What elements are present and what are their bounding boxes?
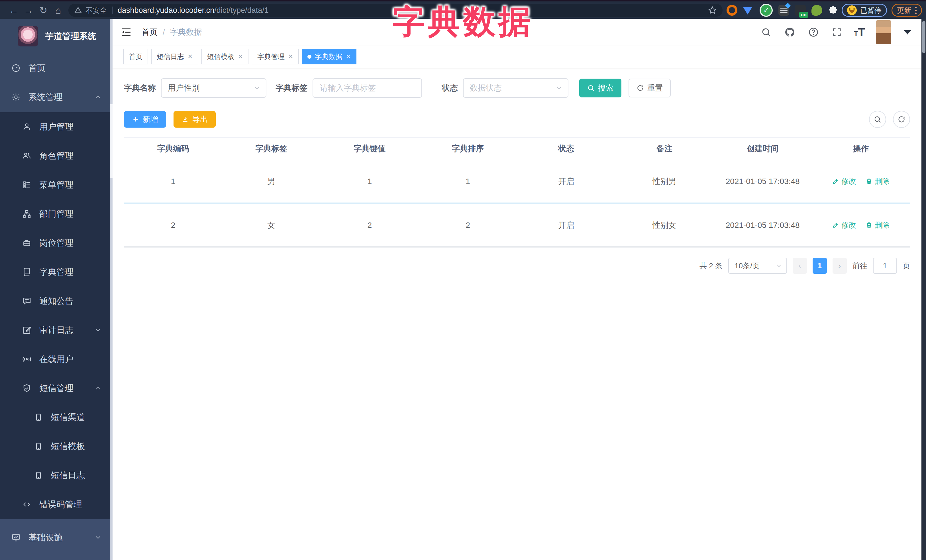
sidebar-item-home[interactable]: 首页 (0, 54, 112, 83)
code-icon (22, 500, 31, 509)
filter-form: 字典名称 用户性别 字典标签 状态 数据状态 (124, 78, 910, 98)
overlay-page-title: 字典数据 (392, 0, 534, 44)
sidebar-item-dict-mgmt[interactable]: 字典管理 (0, 258, 112, 287)
col-status: 状态 (517, 137, 616, 160)
toggle-search-button[interactable] (869, 111, 886, 128)
extensions-puzzle-icon[interactable] (828, 5, 838, 15)
table-row[interactable]: 1 男 1 1 开启 性别男 2021-01-05 17:03:48 (124, 160, 910, 203)
prev-page-button[interactable]: ‹ (793, 258, 807, 274)
chevron-up-icon (94, 385, 102, 392)
app-logo-row[interactable]: 芋道管理系统 (0, 19, 112, 54)
close-icon[interactable]: ✕ (346, 54, 351, 60)
sidebar-top-section: 芋道管理系统 首页 系统管理 (0, 19, 112, 112)
close-icon[interactable]: ✕ (188, 54, 193, 60)
dict-tag-input[interactable] (319, 83, 415, 93)
user-avatar[interactable] (876, 20, 891, 44)
sidebar-item-role-mgmt[interactable]: 角色管理 (0, 141, 112, 171)
extension-settings-icon[interactable] (778, 5, 789, 16)
phone-icon (34, 413, 43, 421)
goto-page-input[interactable] (873, 258, 897, 274)
browser-back-icon[interactable]: ← (6, 5, 21, 16)
sidebar-item-error-code-mgmt[interactable]: 错误码管理 (0, 490, 112, 519)
collapse-sidebar-icon[interactable] (118, 24, 134, 40)
edit-link[interactable]: 修改 (832, 220, 856, 230)
col-created: 创建时间 (713, 137, 812, 160)
browser-scrollbar[interactable] (921, 19, 926, 560)
delete-link[interactable]: 删除 (865, 220, 890, 230)
page-size-select[interactable]: 10条/页 (728, 258, 787, 274)
tab-home[interactable]: 首页 (123, 49, 148, 64)
add-button[interactable]: 新增 (124, 111, 166, 128)
breadcrumb-home[interactable]: 首页 (142, 27, 157, 38)
user-icon (22, 122, 31, 131)
browser-menu-icon[interactable] (915, 7, 917, 14)
chevron-down-icon (555, 84, 563, 92)
browser-update-button[interactable]: 更新 (891, 4, 922, 17)
goto-label: 前往 (852, 261, 867, 271)
export-button[interactable]: 导出 (174, 111, 216, 128)
main-area: 首页 / 字典数据 TT (112, 19, 921, 560)
extension-check-icon[interactable]: ✓ (760, 4, 773, 17)
chevron-up-icon (94, 94, 102, 101)
tab-sms-log[interactable]: 短信日志 ✕ (151, 49, 198, 64)
col-actions: 操作 (812, 137, 910, 160)
browser-reload-icon[interactable]: ↻ (36, 5, 51, 16)
sidebar-item-sms-template[interactable]: 短信模板 (0, 432, 112, 461)
breadcrumb-separator: / (163, 28, 165, 37)
tab-dict-mgmt[interactable]: 字典管理 ✕ (252, 49, 299, 64)
close-icon[interactable]: ✕ (288, 54, 293, 60)
sidebar-item-user-mgmt[interactable]: 用户管理 (0, 112, 112, 141)
download-icon (182, 116, 189, 123)
browser-forward-icon[interactable]: → (21, 5, 36, 16)
sidebar-item-post-mgmt[interactable]: 岗位管理 (0, 228, 112, 258)
browser-profile-chip[interactable]: 已暂停 (842, 4, 887, 17)
sidebar-scrollbar[interactable] (110, 19, 112, 560)
sidebar-item-notice[interactable]: 通知公告 (0, 287, 112, 315)
font-size-icon[interactable]: TT (854, 26, 865, 39)
search-button[interactable]: 搜索 (579, 78, 622, 97)
edit-link[interactable]: 修改 (832, 176, 856, 186)
close-icon[interactable]: ✕ (238, 54, 243, 60)
search-icon (873, 115, 882, 123)
breadcrumb: 首页 / 字典数据 (142, 27, 202, 38)
fullscreen-icon[interactable] (831, 26, 843, 38)
pagination: 共 2 条 10条/页 ‹ 1 › 前往 页 (124, 258, 910, 274)
goto-page-input-wrap (873, 258, 897, 274)
avatar-dropdown-caret[interactable] (904, 30, 911, 35)
broadcast-icon (22, 355, 31, 364)
sidebar-item-audit-log[interactable]: 审计日志 (0, 315, 112, 345)
active-tab-dot (307, 55, 312, 59)
extension-leaf-icon[interactable] (811, 5, 822, 16)
tab-sms-template[interactable]: 短信模板 ✕ (201, 49, 248, 64)
delete-link[interactable]: 删除 (865, 176, 890, 186)
extension-on-icon[interactable]: on (795, 5, 806, 16)
bookmark-star-icon[interactable] (708, 6, 717, 15)
sidebar-item-sms-channel[interactable]: 短信渠道 (0, 403, 112, 432)
phone-icon (34, 471, 43, 480)
dict-name-select[interactable]: 用户性别 (161, 78, 266, 98)
edit-square-icon (22, 326, 31, 335)
next-page-button[interactable]: › (832, 258, 847, 274)
reset-button[interactable]: 重置 (628, 78, 671, 97)
security-label[interactable]: 不安全 (85, 6, 107, 15)
status-select[interactable]: 数据状态 (463, 78, 569, 98)
total-count: 共 2 条 (699, 261, 723, 271)
help-icon[interactable] (807, 26, 820, 38)
sidebar-item-sms-log[interactable]: 短信日志 (0, 461, 112, 490)
refresh-table-button[interactable] (893, 111, 910, 128)
sidebar-item-menu-mgmt[interactable]: 菜单管理 (0, 171, 112, 199)
sidebar-item-online-users[interactable]: 在线用户 (0, 345, 112, 374)
current-page-button[interactable]: 1 (813, 258, 827, 274)
tab-dict-data[interactable]: 字典数据 ✕ (302, 49, 356, 64)
sidebar-item-sms-mgmt[interactable]: 短信管理 (0, 374, 112, 403)
sidebar-item-infrastructure[interactable]: 基础设施 (0, 519, 112, 556)
search-icon[interactable] (760, 26, 772, 38)
browser-home-icon[interactable]: ⌂ (51, 5, 65, 16)
sidebar-item-system-mgmt[interactable]: 系统管理 (0, 83, 112, 112)
extension-gem-icon[interactable] (743, 5, 754, 16)
table-tools (869, 111, 910, 128)
github-icon[interactable] (783, 26, 796, 39)
sidebar-item-dept-mgmt[interactable]: 部门管理 (0, 199, 112, 228)
extension-ubuntu-icon[interactable] (726, 5, 737, 16)
table-row[interactable]: 2 女 2 2 开启 性别女 2021-01-05 17:03:48 (124, 203, 910, 247)
